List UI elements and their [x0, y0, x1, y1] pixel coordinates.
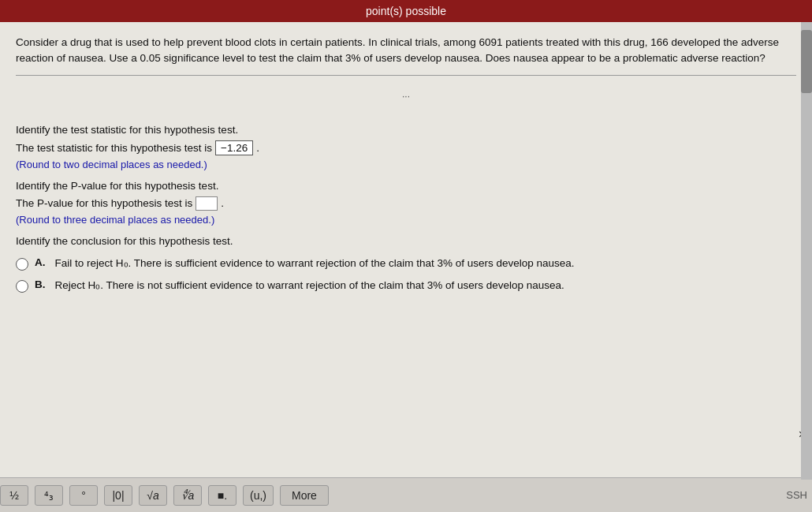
bottom-toolbar: ½ ⁴₃ ° |0| √a ∜a ■. (u,) More SSH	[0, 477, 812, 512]
top-bar: point(s) possible	[0, 0, 812, 22]
section1-answer[interactable]: −1.26	[215, 140, 253, 155]
section2-note: (Round to three decimal places as needed…	[16, 214, 796, 226]
choice-b-row: B. Reject H₀. There is not sufficient ev…	[16, 278, 796, 293]
scrollbar[interactable]	[801, 22, 812, 480]
divider-dots: ···	[396, 91, 416, 102]
section2-period: .	[221, 197, 224, 209]
toolbar-fourthrt-btn[interactable]: ∜a	[173, 485, 202, 506]
section3: Identify the conclusion for this hypothe…	[16, 235, 796, 247]
section2-answer-box[interactable]	[196, 196, 218, 211]
toolbar-more-btn[interactable]: More	[280, 485, 329, 506]
section2-inline-text: The P-value for this hypothesis test is	[16, 197, 192, 209]
top-bar-text: point(s) possible	[366, 5, 446, 17]
toolbar-sqrt-btn[interactable]: √a	[139, 485, 167, 506]
toolbar-degree-btn[interactable]: °	[69, 485, 98, 506]
toolbar-abs-btn[interactable]: |0|	[104, 485, 132, 506]
toolbar-dot-btn[interactable]: ■.	[208, 485, 237, 506]
section1-inline-text: The test statistic for this hypothesis t…	[16, 142, 212, 154]
choice-a-label: A.	[35, 256, 46, 268]
choice-a-text: Fail to reject H₀. There is sufficient e…	[55, 256, 575, 269]
side-label: SSH	[786, 489, 807, 501]
choice-a-row: A. Fail to reject H₀. There is sufficien…	[16, 256, 796, 271]
section1-label: Identify the test statistic for this hyp…	[16, 124, 796, 136]
section2-inline: The P-value for this hypothesis test is …	[16, 196, 796, 211]
section2-label: Identify the P-value for this hypothesis…	[16, 180, 796, 192]
toolbar-interval-btn[interactable]: (u,)	[243, 485, 274, 506]
divider	[16, 75, 796, 76]
toolbar-mixed-btn[interactable]: ⁴₃	[35, 485, 63, 506]
choice-b-text: Reject H₀. There is not sufficient evide…	[55, 278, 564, 291]
radio-a[interactable]	[16, 258, 28, 271]
section3-label: Identify the conclusion for this hypothe…	[16, 235, 796, 247]
section1-inline: The test statistic for this hypothesis t…	[16, 140, 796, 155]
section1-period: .	[256, 142, 259, 154]
section1-note: (Round to two decimal places as needed.)	[16, 159, 796, 170]
question-text: Consider a drug that is used to help pre…	[16, 35, 796, 67]
choice-b-label: B.	[35, 278, 46, 290]
section1: Identify the test statistic for this hyp…	[16, 124, 796, 170]
scrollbar-thumb[interactable]	[801, 30, 812, 93]
main-content: Consider a drug that is used to help pre…	[0, 22, 812, 480]
radio-b[interactable]	[16, 280, 28, 293]
toolbar-fraction-btn[interactable]: ½	[0, 485, 28, 506]
section2: Identify the P-value for this hypothesis…	[16, 180, 796, 226]
